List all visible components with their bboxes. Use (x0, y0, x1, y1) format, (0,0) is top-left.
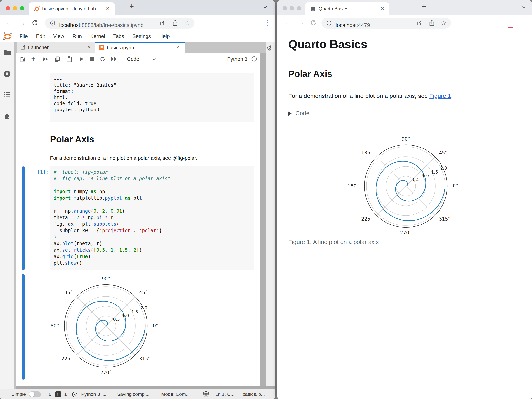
notebook-content[interactable]: ---title: "Quarto Basics"format: html: c… (16, 65, 260, 387)
tab-search-chevron-icon[interactable] (521, 5, 527, 10)
code-fold-triangle-icon[interactable] (288, 111, 292, 116)
menu-item-tabs[interactable]: Tabs (109, 31, 128, 42)
property-inspector-gears-icon[interactable]: ⚙⚙ (266, 45, 275, 52)
open-in-window-icon[interactable] (416, 20, 422, 27)
input-collapser[interactable] (22, 166, 25, 270)
share-icon[interactable] (429, 20, 435, 27)
code-fold-label[interactable]: Code (295, 110, 310, 117)
save-icon[interactable] (19, 56, 25, 63)
dock-tab-notebook[interactable]: basics.ipynb × (95, 42, 185, 53)
svg-text:0°: 0° (153, 323, 158, 328)
cell-type-select[interactable]: Code (127, 56, 139, 62)
paste-cells-icon[interactable] (66, 56, 72, 63)
restart-run-all-icon[interactable] (111, 56, 118, 63)
traffic-light-close-icon[interactable] (6, 6, 10, 10)
raw-cell[interactable]: ---title: "Quarto Basics"format: html: c… (50, 73, 254, 122)
browser-menu-icon[interactable]: ⋮ (522, 19, 528, 27)
screen: basics.ipynb - JupyterLab × + ← → localh… (0, 0, 532, 399)
jupyterlab-statusbar: Simple 0 $_ 1 Python 3 |... Saving compl… (0, 389, 275, 399)
share-icon[interactable] (172, 20, 178, 27)
traffic-light-close-icon[interactable] (283, 6, 287, 10)
kernel-status-text[interactable]: Python 3 |... (81, 392, 107, 397)
markdown-heading: Polar Axis (50, 134, 94, 145)
add-cell-icon[interactable]: + (31, 55, 35, 63)
cell-type-chevron-icon[interactable] (152, 58, 157, 62)
statusbar-filename: basics.ip... (242, 392, 265, 397)
notebook-bottom-scrollbar[interactable] (16, 387, 275, 389)
reload-icon[interactable] (310, 19, 317, 27)
tab-close-icon[interactable]: × (380, 5, 384, 12)
svg-text:1.5: 1.5 (131, 309, 138, 314)
bookmark-star-icon[interactable]: ☆ (441, 19, 447, 27)
back-icon[interactable]: ← (6, 18, 13, 27)
forward-icon[interactable]: → (297, 18, 304, 27)
output-collapser[interactable] (22, 274, 25, 380)
stop-kernel-icon[interactable] (89, 57, 94, 62)
url-text[interactable]: localhost:4479 (336, 22, 370, 28)
dock-tab-bar: Launcher × basics.ipynb × (16, 42, 266, 53)
notebook-icon (99, 45, 104, 51)
copy-cells-icon[interactable] (54, 56, 60, 63)
new-tab-button[interactable]: + (422, 2, 426, 11)
tab-search-chevron-icon[interactable] (262, 5, 268, 10)
traffic-light-zoom-icon[interactable] (20, 6, 24, 10)
browser-tab[interactable]: basics.ipynb - JupyterLab × (29, 2, 115, 15)
reload-icon[interactable] (31, 19, 39, 27)
cursor-position[interactable]: Ln 1, C... (215, 392, 234, 397)
markdown-paragraph: For a demonstration of a line plot on a … (50, 155, 197, 161)
quarto-browser-window: Quarto Basics × + ← → localhost:4479 (277, 0, 532, 399)
menu-item-run[interactable]: Run (68, 31, 86, 42)
dock-tab-launcher[interactable]: Launcher × (17, 42, 95, 53)
kernel-status-icon[interactable] (251, 56, 257, 63)
running-kernels-icon[interactable] (3, 70, 11, 79)
bookmark-star-icon[interactable]: ☆ (184, 19, 190, 27)
url-text[interactable]: localhost:8888/lab/tree/basics.ipynb (59, 22, 144, 28)
browser-tab[interactable]: Quarto Basics × (305, 2, 389, 15)
svg-text:270°: 270° (400, 230, 412, 236)
extension-manager-icon[interactable] (3, 112, 11, 121)
cut-cells-icon[interactable]: ✂ (43, 55, 49, 63)
back-icon[interactable]: ← (285, 18, 292, 27)
menu-item-kernel[interactable]: Kernel (86, 31, 109, 42)
trust-shield-icon[interactable] (203, 391, 209, 399)
menu-item-file[interactable]: File (15, 31, 32, 42)
figure-link[interactable]: Figure 1 (429, 92, 451, 99)
menu-item-help[interactable]: Help (155, 31, 174, 42)
kernel-sessions-icon[interactable] (71, 391, 77, 399)
dock-tab-close-icon[interactable]: × (88, 44, 91, 50)
run-cell-icon[interactable] (79, 56, 84, 63)
terminals-count: 0 (49, 392, 51, 397)
traffic-light-zoom-icon[interactable] (297, 6, 301, 10)
right-panel-gutter[interactable] (260, 53, 266, 387)
dock-tab-label: basics.ipynb (107, 45, 134, 51)
svg-text:1.0: 1.0 (422, 173, 429, 178)
browser-menu-icon[interactable]: ⋮ (264, 19, 271, 27)
menu-item-view[interactable]: View (49, 31, 68, 42)
kernel-name[interactable]: Python 3 (227, 56, 247, 62)
code-cell[interactable]: #| label: fig-polar#| fig-cap: "A line p… (50, 166, 254, 270)
address-bar[interactable]: localhost:8888/lab/tree/basics.ipynb ☆ (45, 18, 194, 29)
simple-mode-toggle[interactable] (29, 391, 41, 397)
forward-icon[interactable]: → (19, 18, 26, 27)
traffic-light-minimize-icon[interactable] (13, 6, 17, 10)
open-in-window-icon[interactable] (159, 20, 165, 27)
restart-kernel-icon[interactable] (99, 56, 106, 63)
site-info-icon[interactable] (326, 20, 332, 27)
mode-indicator[interactable]: Mode: Com... (161, 392, 190, 397)
menu-item-settings[interactable]: Settings (128, 31, 155, 42)
browser-toolbar: ← → localhost:8888/lab/tree/basics.ipynb… (0, 15, 275, 31)
section-divider (288, 84, 521, 85)
execution-count: [1]: (32, 169, 49, 175)
file-browser-icon[interactable] (3, 49, 11, 57)
traffic-light-minimize-icon[interactable] (290, 6, 294, 10)
table-of-contents-icon[interactable] (3, 91, 11, 99)
quarto-page: Quarto Basics Polar Axis For a demonstra… (277, 31, 532, 399)
address-bar[interactable]: localhost:4479 ☆ (321, 18, 451, 29)
dock-tab-close-icon[interactable]: × (176, 44, 179, 51)
tab-close-icon[interactable]: × (106, 5, 110, 12)
menu-item-edit[interactable]: Edit (32, 31, 49, 42)
terminal-icon[interactable]: $_ (55, 391, 61, 397)
new-tab-button[interactable]: + (129, 2, 134, 11)
browser-toolbar: ← → localhost:4479 ☆ ⋮ (277, 15, 532, 31)
site-info-icon[interactable] (50, 20, 56, 27)
